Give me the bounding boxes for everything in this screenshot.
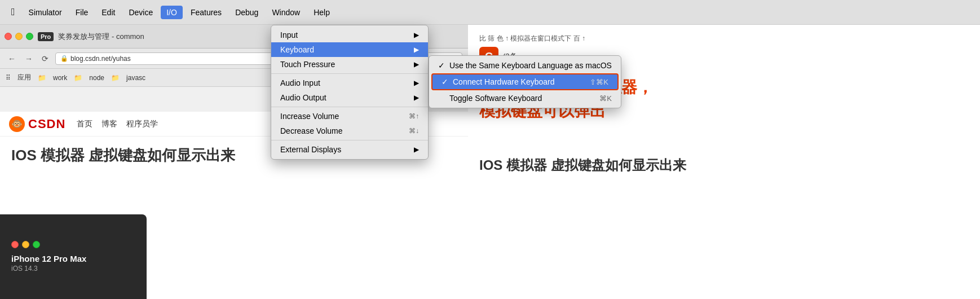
- csdn-nav-items: 首页 博客 程序员学: [77, 119, 158, 129]
- audio-input-arrow-icon: ▶: [414, 79, 419, 87]
- iphone-version: iOS 14.3: [11, 265, 135, 272]
- menu-input-label: Input: [280, 30, 298, 39]
- pro-badge: Pro: [38, 32, 54, 41]
- folder-icon-1: 📁: [38, 74, 46, 82]
- menu-divider-1: [271, 73, 428, 74]
- menu-keyboard[interactable]: Keyboard ▶: [271, 42, 428, 57]
- menu-keyboard-label: Keyboard: [280, 45, 314, 54]
- connect-hardware-check-icon: ✓: [442, 77, 453, 86]
- menu-decrease-volume-label: Decrease Volume: [280, 126, 343, 135]
- iphone-panel: iPhone 12 Pro Max iOS 14.3: [0, 214, 147, 299]
- apps-icon: ⠿: [6, 74, 11, 82]
- menu-debug[interactable]: Debug: [229, 6, 264, 19]
- same-keyboard-label: Use the Same Keyboard Language as macOS: [449, 61, 612, 70]
- right-top-text: 比 筛 色 ↑ 模拟器在窗口模式下 百 ↑: [479, 34, 969, 43]
- csdn-brand-text: CSDN: [28, 117, 65, 131]
- ios-article-title: IOS 模拟器 虚拟键盘如何显示出来: [479, 156, 969, 174]
- menu-input[interactable]: Input ▶: [271, 28, 428, 42]
- csdn-logo: 🐵 CSDN: [9, 116, 65, 132]
- external-displays-arrow-icon: ▶: [414, 146, 419, 153]
- io-dropdown: Input ▶ Keyboard ▶ Touch Pressure ▶ Audi…: [271, 25, 429, 160]
- bookmark-apps[interactable]: 应用: [17, 73, 31, 82]
- nav-home[interactable]: 首页: [77, 119, 92, 129]
- keyboard-arrow-icon: ▶: [414, 46, 419, 54]
- connect-hardware-shortcut: ⇧⌘K: [590, 78, 608, 86]
- bookmark-node[interactable]: node: [89, 74, 104, 82]
- menu-io[interactable]: I/O: [161, 6, 183, 19]
- iphone-traffic-lights: [11, 241, 135, 248]
- close-button[interactable]: [5, 33, 12, 40]
- folder-icon-3: 📁: [111, 74, 120, 82]
- maximize-button[interactable]: [26, 33, 33, 40]
- reload-button[interactable]: ⟳: [39, 53, 51, 64]
- menu-edit[interactable]: Edit: [96, 6, 121, 19]
- toggle-software-label: Toggle Software Keyboard: [449, 94, 542, 103]
- menu-features[interactable]: Features: [185, 6, 227, 19]
- iphone-max-btn[interactable]: [33, 241, 40, 248]
- minimize-button[interactable]: [15, 33, 23, 40]
- folder-icon-2: 📁: [74, 74, 82, 82]
- toggle-software-shortcut: ⌘K: [599, 94, 612, 103]
- submenu-toggle-software[interactable]: Toggle Software Keyboard ⌘K: [429, 91, 621, 105]
- csdn-monkey-icon: 🐵: [9, 116, 25, 132]
- menu-touch-pressure-label: Touch Pressure: [280, 60, 335, 69]
- iphone-name: iPhone 12 Pro Max: [11, 254, 135, 263]
- decrease-volume-shortcut: ⌘↓: [409, 127, 419, 135]
- audio-output-arrow-icon: ▶: [414, 94, 419, 102]
- menu-help[interactable]: Help: [308, 6, 336, 19]
- menubar:  Simulator File Edit Device I/O Feature…: [0, 0, 980, 25]
- connect-hardware-label: Connect Hardware Keyboard: [453, 77, 555, 86]
- menu-touch-pressure[interactable]: Touch Pressure ▶: [271, 57, 428, 72]
- menu-divider-2: [271, 107, 428, 107]
- forward-button[interactable]: →: [23, 53, 35, 64]
- nav-blog[interactable]: 博客: [101, 119, 117, 129]
- bookmark-javasc[interactable]: javasc: [126, 74, 145, 82]
- lock-icon: 🔒: [60, 55, 68, 62]
- submenu-connect-hardware[interactable]: ✓ Connect Hardware Keyboard ⇧⌘K: [431, 73, 619, 90]
- menu-divider-3: [271, 140, 428, 140]
- menu-decrease-volume[interactable]: Decrease Volume ⌘↓: [271, 124, 428, 138]
- menu-audio-input[interactable]: Audio Input ▶: [271, 76, 428, 90]
- menu-increase-volume-label: Increase Volume: [280, 112, 339, 121]
- menu-audio-output[interactable]: Audio Output ▶: [271, 90, 428, 105]
- submenu-same-keyboard[interactable]: ✓ Use the Same Keyboard Language as macO…: [429, 58, 621, 73]
- traffic-lights: [5, 33, 33, 40]
- io-menu-panel: Input ▶ Keyboard ▶ Touch Pressure ▶ Audi…: [271, 25, 429, 160]
- menu-audio-output-label: Audio Output: [280, 93, 326, 102]
- menu-external-displays[interactable]: External Displays ▶: [271, 142, 428, 157]
- input-arrow-icon: ▶: [414, 31, 419, 39]
- menu-simulator[interactable]: Simulator: [23, 6, 68, 19]
- menu-device[interactable]: Device: [123, 6, 158, 19]
- menu-audio-input-label: Audio Input: [280, 78, 320, 87]
- url-text: blog.csdn.net/yuhas: [70, 55, 131, 63]
- apple-menu[interactable]: : [6, 4, 21, 20]
- iphone-min-btn[interactable]: [22, 241, 29, 248]
- bookmark-work[interactable]: work: [53, 74, 67, 82]
- same-keyboard-check-icon: ✓: [438, 61, 449, 70]
- menu-window[interactable]: Window: [266, 6, 306, 19]
- nav-programmer[interactable]: 程序员学: [126, 119, 158, 129]
- menu-file[interactable]: File: [70, 6, 94, 19]
- iphone-close-btn[interactable]: [11, 241, 19, 248]
- back-button[interactable]: ←: [6, 53, 18, 64]
- keyboard-submenu-panel: ✓ Use the Same Keyboard Language as macO…: [429, 55, 621, 108]
- touch-pressure-arrow-icon: ▶: [414, 60, 419, 68]
- menu-external-displays-label: External Displays: [280, 145, 341, 154]
- menu-increase-volume[interactable]: Increase Volume ⌘↑: [271, 109, 428, 124]
- increase-volume-shortcut: ⌘↑: [409, 112, 419, 120]
